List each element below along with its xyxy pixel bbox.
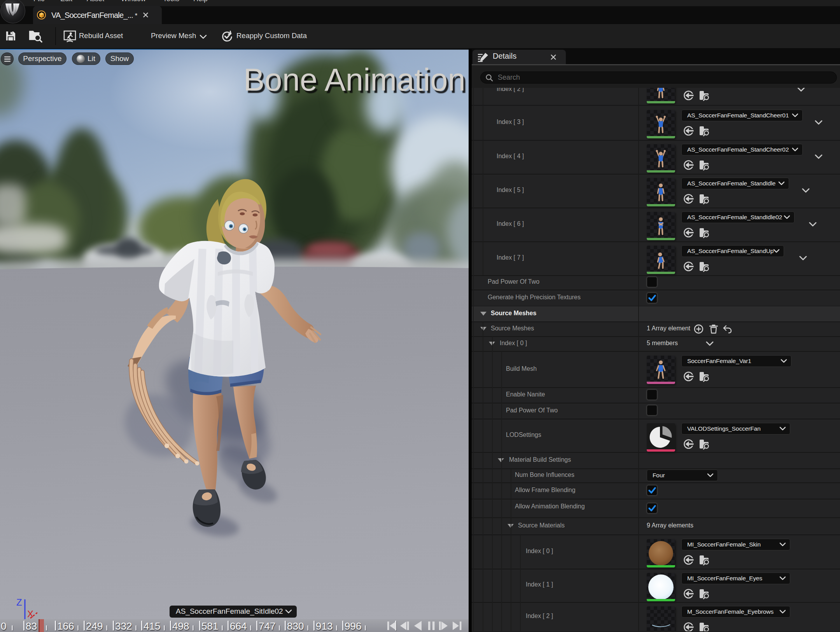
svg-text:Z: Z (16, 597, 22, 608)
svg-text:X: X (27, 609, 33, 619)
